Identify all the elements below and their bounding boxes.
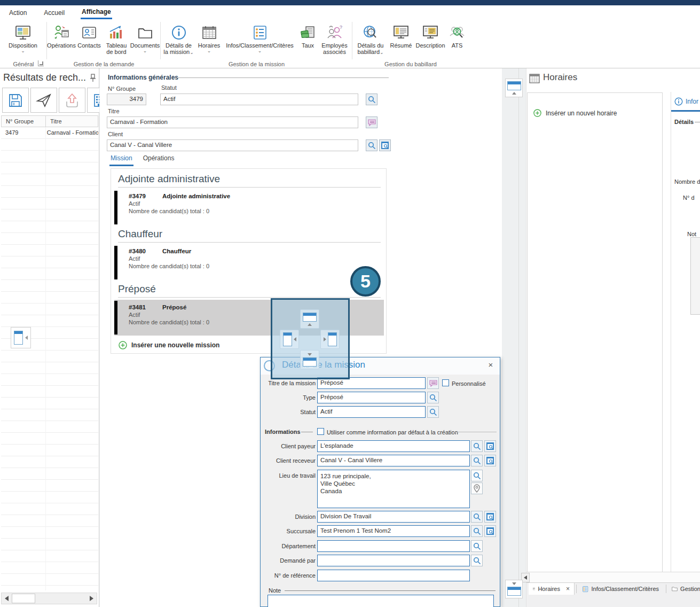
nombre-label: Nombre d <box>674 178 700 185</box>
pin-icon[interactable] <box>89 74 97 82</box>
type-search-button[interactable] <box>427 392 439 403</box>
close-icon[interactable]: × <box>486 360 495 369</box>
groupe-field[interactable]: 3479 <box>107 94 146 105</box>
description-button[interactable]: Description <box>414 22 447 56</box>
resume-button[interactable]: Résumé <box>388 22 414 56</box>
disposition-button[interactable]: Disposition ⌄ <box>7 22 39 54</box>
bottom-tab-gestion[interactable]: Gestion <box>667 583 700 595</box>
demande-par-label: Demandé par <box>265 557 316 564</box>
close-icon[interactable]: × <box>566 585 570 593</box>
dock-bottom-button[interactable] <box>300 350 319 369</box>
operations-button[interactable]: Opérations <box>47 22 76 56</box>
lieu-travail-label: Lieu de travail <box>265 472 316 479</box>
dock-top-indicator[interactable] <box>505 79 523 97</box>
details-babillard-button[interactable]: Détails du babillard⌄ <box>353 22 388 56</box>
bottom-tab-horaires[interactable]: Horaires × <box>529 583 575 595</box>
dock-right-glyph-icon <box>328 332 337 346</box>
note-field[interactable] <box>690 237 700 315</box>
details-mission-button[interactable]: Détails de la mission⌄ <box>162 22 196 56</box>
ats-button[interactable]: ATS <box>447 22 467 56</box>
taux-button[interactable]: Taux <box>297 22 319 56</box>
statut-search-button[interactable] <box>427 406 439 418</box>
demande-par-field[interactable] <box>317 555 470 566</box>
table-row[interactable]: 3479 Carnaval - Formation <box>1 127 98 139</box>
insert-horaire-link[interactable]: Insérer un nouvel horaire <box>533 109 617 117</box>
personnalise-label: Personnalisé <box>452 380 486 387</box>
client-field[interactable]: Canal V - Canal Villere <box>107 139 358 151</box>
dock-bottom-indicator[interactable] <box>505 580 523 598</box>
results-table-header[interactable]: N° Groupe Titre <box>1 115 98 127</box>
personnalise-checkbox[interactable] <box>442 379 449 386</box>
scroll-right-button[interactable] <box>87 594 96 603</box>
departement-search-button[interactable] <box>471 540 483 552</box>
client-receveur-field[interactable]: Canal V - Canal Villere <box>317 455 470 466</box>
search-icon <box>429 408 437 416</box>
client-payeur-search-button[interactable] <box>471 440 483 452</box>
tab-informations[interactable]: Infor <box>674 97 698 106</box>
dock-left-button[interactable] <box>280 330 299 349</box>
save-button[interactable] <box>2 88 29 113</box>
documents-button[interactable]: Documents ⌄ <box>130 22 160 56</box>
dock-left-indicator[interactable] <box>11 327 31 348</box>
bottom-tab-infos[interactable]: Infos/Classement/Critères <box>578 583 663 595</box>
company-button[interactable] <box>87 88 99 113</box>
scroll-left-button[interactable] <box>2 594 11 603</box>
scrollbar-thumb[interactable] <box>12 594 35 603</box>
calendar-icon <box>533 585 535 593</box>
details-caption: Détails <box>674 119 694 125</box>
contacts-button[interactable]: Contacts <box>76 22 103 56</box>
type-field[interactable]: Préposé <box>317 392 426 403</box>
client-receveur-search-button[interactable] <box>471 455 483 466</box>
tab-mission[interactable]: Mission <box>109 153 133 166</box>
lieu-search-button[interactable] <box>471 470 483 481</box>
demande-par-search-button[interactable] <box>471 555 483 566</box>
client-search-button[interactable] <box>366 139 377 151</box>
mission-item[interactable]: #3480 Chauffeur Actif Nombre de candidat… <box>114 245 381 281</box>
dialog-launcher-icon[interactable] <box>38 60 44 66</box>
client-label: Client <box>108 131 123 137</box>
tab-action[interactable]: Action <box>8 7 28 19</box>
division-search-button[interactable] <box>471 511 483 523</box>
statut-field[interactable]: Actif <box>317 406 426 418</box>
tab-affichage[interactable]: Affichage <box>81 6 112 19</box>
titre-comment-button[interactable] <box>427 377 439 389</box>
tab-accueil[interactable]: Accueil <box>43 7 66 19</box>
client-open-button[interactable] <box>379 139 391 151</box>
client-receveur-open-button[interactable] <box>484 455 496 466</box>
client-payeur-field[interactable]: L'esplanade <box>317 440 470 452</box>
lieu-travail-field[interactable]: 123 rue principale, Ville Québec Canada <box>317 470 470 508</box>
division-field[interactable]: Division De Travail <box>317 511 470 523</box>
statut-field[interactable]: Actif <box>160 94 358 105</box>
tab-operations[interactable]: Opérations <box>142 153 176 166</box>
section-title: Chauffeur <box>118 228 162 240</box>
mission-item[interactable]: #3479 Adjointe administrative Actif Nomb… <box>114 190 381 225</box>
lieu-map-button[interactable] <box>471 483 483 494</box>
send-button[interactable] <box>30 88 57 113</box>
note-field[interactable] <box>268 595 494 607</box>
horaires-horizontal-scrollbar[interactable] <box>526 572 700 582</box>
infos-classement-criteres-button[interactable]: Infos/Classement/Critères ⌄ <box>223 22 297 56</box>
client-payeur-open-button[interactable] <box>484 440 496 452</box>
reference-field[interactable] <box>317 570 470 581</box>
dock-right-button[interactable] <box>320 330 340 349</box>
export-button[interactable] <box>59 88 85 113</box>
insert-mission-link[interactable]: Insérer une nouvelle mission <box>119 341 219 349</box>
departement-field[interactable] <box>317 540 470 552</box>
statut-search-button[interactable] <box>366 94 377 105</box>
tableau-de-bord-button[interactable]: Tableau de bord <box>103 22 130 56</box>
division-open-button[interactable] <box>484 511 496 523</box>
succursale-open-button[interactable] <box>484 525 496 537</box>
defaut-checkbox[interactable] <box>317 428 324 435</box>
column-groupe: N° Groupe <box>2 116 46 127</box>
results-horizontal-scrollbar[interactable] <box>1 593 97 604</box>
horaires-button[interactable]: Horaires ⌄ <box>196 22 223 56</box>
export-icon <box>64 92 80 108</box>
succursale-search-button[interactable] <box>471 525 483 537</box>
titre-comment-button[interactable] <box>366 116 377 128</box>
succursale-field[interactable]: Test Prenom 1 Test Nom2 <box>317 525 470 537</box>
employes-associes-button[interactable]: ? Employés associés <box>319 22 351 56</box>
titre-field[interactable]: Carnaval - Formation <box>107 116 358 128</box>
dock-top-button[interactable] <box>300 309 319 329</box>
dock-bottom-glyph-icon <box>507 587 521 596</box>
dock-bottom-glyph-icon <box>303 357 317 367</box>
